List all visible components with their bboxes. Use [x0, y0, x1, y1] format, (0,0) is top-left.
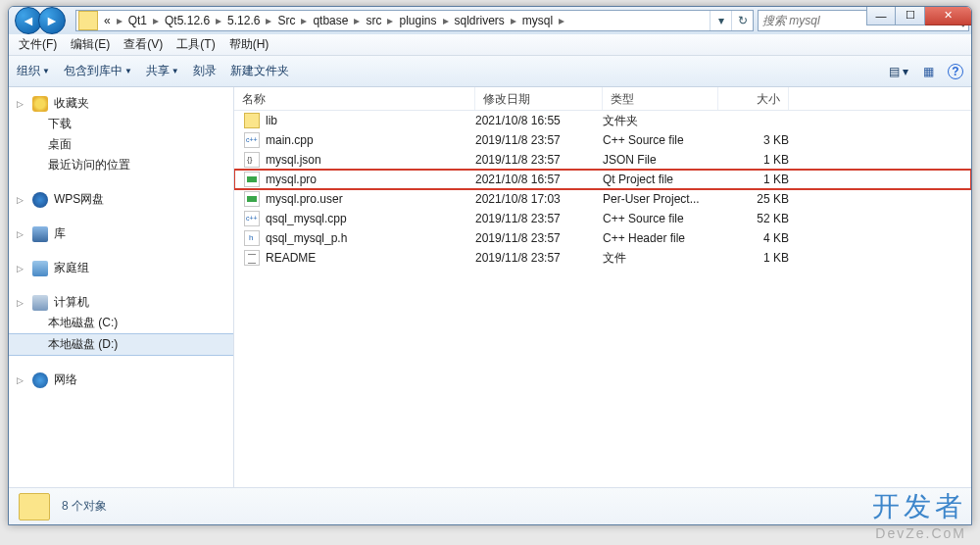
col-size[interactable]: 大小	[718, 87, 789, 110]
sidebar-favorites[interactable]: ▷收藏夹	[9, 93, 233, 114]
file-row[interactable]: lib2021/10/8 16:55文件夹	[234, 111, 971, 130]
file-row[interactable]: main.cpp2019/11/8 23:57C++ Source file3 …	[234, 130, 971, 150]
breadcrumb-item[interactable]: «	[100, 14, 115, 27]
breadcrumb-item[interactable]: Qt5.12.6	[161, 14, 214, 27]
file-size: 1 KB	[718, 251, 789, 265]
file-row[interactable]: mysql.json2019/11/8 23:57JSON File1 KB	[234, 150, 971, 170]
chevron-right-icon: ▸	[115, 14, 124, 27]
file-name: qsql_mysql.cpp	[266, 212, 347, 225]
file-name: mysql.json	[266, 153, 321, 167]
explorer-window: — ☐ ✕ ◄ ► «▸Qt1▸Qt5.12.6▸5.12.6▸Src▸qtba…	[8, 6, 972, 525]
chevron-right-icon: ▸	[151, 14, 161, 27]
maximize-button[interactable]: ☐	[896, 6, 925, 25]
menu-tools[interactable]: 工具(T)	[171, 34, 220, 55]
file-type: JSON File	[603, 153, 718, 167]
file-date: 2019/11/8 23:57	[475, 251, 603, 265]
minimize-button[interactable]: —	[866, 6, 896, 25]
chevron-right-icon: ▸	[299, 14, 309, 27]
include-in-library-button[interactable]: 包含到库中▼	[64, 63, 132, 79]
share-button[interactable]: 共享▼	[146, 63, 179, 79]
breadcrumb-item[interactable]: Qt1	[124, 14, 151, 27]
sidebar-libraries[interactable]: ▷库	[9, 223, 233, 244]
menu-file[interactable]: 文件(F)	[13, 34, 63, 55]
sidebar-item-drive-c[interactable]: 本地磁盘 (C:)	[9, 313, 233, 333]
file-icon	[244, 172, 260, 187]
history-dropdown-icon[interactable]: ▾	[710, 11, 731, 30]
file-row[interactable]: qsql_mysql.cpp2019/11/8 23:57C++ Source …	[234, 209, 971, 228]
file-name: mysql.pro.user	[266, 192, 343, 206]
file-date: 2021/10/8 17:03	[475, 192, 603, 206]
star-icon	[32, 96, 48, 112]
sidebar-wps[interactable]: ▷WPS网盘	[9, 189, 233, 210]
forward-button[interactable]: ►	[38, 7, 66, 34]
file-row[interactable]: qsql_mysql_p.h2019/11/8 23:57C++ Header …	[234, 228, 971, 248]
file-name: README	[266, 251, 316, 265]
sidebar-homegroup[interactable]: ▷家庭组	[9, 258, 233, 278]
file-name: main.cpp	[266, 133, 314, 147]
breadcrumb-item[interactable]: plugins	[395, 14, 440, 27]
breadcrumb-item[interactable]: sqldrivers	[451, 14, 509, 27]
preview-pane-icon[interactable]: ▦	[918, 62, 938, 81]
network-icon	[32, 372, 48, 388]
sidebar-item-drive-d[interactable]: 本地磁盘 (D:)	[9, 333, 233, 356]
sidebar-computer[interactable]: ▷计算机	[9, 292, 233, 313]
menu-edit[interactable]: 编辑(E)	[65, 34, 116, 55]
folder-icon	[19, 493, 50, 520]
chevron-right-icon: ▸	[352, 14, 362, 27]
file-name: lib	[266, 114, 277, 127]
file-icon	[244, 230, 260, 246]
file-icon	[244, 211, 260, 226]
burn-button[interactable]: 刻录	[193, 63, 217, 79]
library-icon	[32, 226, 48, 242]
file-size: 3 KB	[718, 133, 789, 147]
sidebar-item-desktop[interactable]: 桌面	[9, 134, 233, 155]
file-row[interactable]: mysql.pro2021/10/8 16:57Qt Project file1…	[234, 170, 971, 189]
file-type: C++ Source file	[603, 133, 718, 147]
titlebar: ◄ ► «▸Qt1▸Qt5.12.6▸5.12.6▸Src▸qtbase▸src…	[9, 7, 971, 34]
chevron-right-icon: ▸	[214, 14, 223, 27]
refresh-icon[interactable]: ↻	[731, 11, 753, 30]
breadcrumb-item[interactable]: qtbase	[309, 14, 352, 27]
file-type: C++ Header file	[603, 231, 718, 245]
help-icon[interactable]: ?	[948, 64, 963, 79]
column-headers[interactable]: 名称 修改日期 类型 大小	[234, 87, 971, 111]
address-bar[interactable]: «▸Qt1▸Qt5.12.6▸5.12.6▸Src▸qtbase▸src▸plu…	[75, 10, 754, 31]
file-type: C++ Source file	[603, 212, 718, 225]
toolbar: 组织▼ 包含到库中▼ 共享▼ 刻录 新建文件夹 ▤ ▾ ▦ ?	[9, 56, 971, 87]
file-row[interactable]: mysql.pro.user2021/10/8 17:03Per-User Pr…	[234, 189, 971, 209]
breadcrumb[interactable]: «▸Qt1▸Qt5.12.6▸5.12.6▸Src▸qtbase▸src▸plu…	[100, 14, 710, 27]
file-list: 名称 修改日期 类型 大小 lib2021/10/8 16:55文件夹main.…	[234, 87, 971, 487]
col-type[interactable]: 类型	[603, 87, 718, 110]
new-folder-button[interactable]: 新建文件夹	[230, 63, 289, 79]
file-date: 2019/11/8 23:57	[475, 153, 603, 167]
file-size: 1 KB	[718, 153, 789, 167]
watermark-en: DevZe.CoM	[875, 525, 966, 541]
computer-icon	[32, 295, 48, 311]
breadcrumb-item[interactable]: Src	[273, 14, 299, 27]
status-bar: 8 个对象	[9, 487, 971, 524]
file-date: 2019/11/8 23:57	[475, 231, 603, 245]
file-date: 2019/11/8 23:57	[475, 212, 603, 225]
organize-button[interactable]: 组织▼	[17, 63, 50, 79]
chevron-right-icon: ▸	[264, 14, 273, 27]
file-icon	[244, 132, 260, 148]
menu-help[interactable]: 帮助(H)	[223, 34, 275, 55]
breadcrumb-item[interactable]: src	[362, 14, 385, 27]
breadcrumb-item[interactable]: mysql	[518, 14, 557, 27]
col-name[interactable]: 名称	[234, 87, 475, 110]
chevron-right-icon: ▸	[509, 14, 518, 27]
file-size: 4 KB	[718, 231, 789, 245]
file-icon	[244, 250, 260, 266]
col-date[interactable]: 修改日期	[475, 87, 603, 110]
file-row[interactable]: README2019/11/8 23:57文件1 KB	[234, 248, 971, 268]
sidebar-network[interactable]: ▷网络	[9, 370, 233, 390]
file-type: 文件夹	[603, 113, 718, 129]
sidebar-item-downloads[interactable]: 下载	[9, 114, 233, 134]
sidebar-item-recent[interactable]: 最近访问的位置	[9, 155, 233, 175]
view-mode-button[interactable]: ▤ ▾	[889, 65, 908, 78]
breadcrumb-item[interactable]: 5.12.6	[223, 14, 264, 27]
chevron-right-icon: ▸	[441, 14, 451, 27]
menu-view[interactable]: 查看(V)	[118, 34, 169, 55]
file-date: 2021/10/8 16:55	[475, 114, 603, 127]
close-button[interactable]: ✕	[925, 6, 972, 25]
